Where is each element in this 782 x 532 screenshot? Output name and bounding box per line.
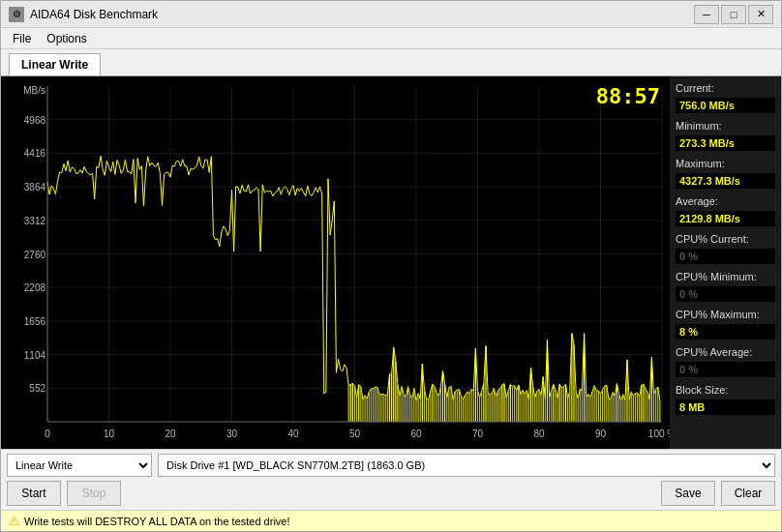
average-value: 2129.8 MB/s (676, 211, 775, 226)
current-value: 756.0 MB/s (676, 98, 775, 113)
chart-area: 88:57 (1, 76, 670, 449)
maximize-button[interactable]: □ (721, 5, 746, 24)
cpu-maximum-value: 8 % (676, 324, 775, 340)
content-area: Linear Write 88:57 Current: 756.0 MB/s M… (1, 49, 781, 531)
window-title: AIDA64 Disk Benchmark (30, 8, 694, 21)
title-bar: ⚙ AIDA64 Disk Benchmark ─ □ ✕ (1, 1, 781, 28)
average-label: Average: (676, 195, 775, 207)
window-controls: ─ □ ✕ (694, 5, 773, 24)
tab-linear-write[interactable]: Linear Write (9, 53, 101, 75)
cpu-maximum-label: CPU% Maximum: (676, 309, 775, 320)
action-row: Start Stop Save Clear (7, 481, 775, 506)
start-button[interactable]: Start (7, 481, 61, 506)
menu-file[interactable]: File (5, 30, 39, 47)
main-window: ⚙ AIDA64 Disk Benchmark ─ □ ✕ File Optio… (0, 0, 782, 532)
block-size-label: Block Size: (676, 384, 775, 396)
warning-text: Write tests will DESTROY ALL DATA on the… (24, 516, 290, 527)
save-button[interactable]: Save (661, 481, 715, 506)
minimum-value: 273.3 MB/s (676, 135, 775, 151)
drive-select[interactable]: Disk Drive #1 [WD_BLACK SN770M.2TB] (186… (158, 454, 775, 477)
controls-row: Linear Write Linear Read Random Read Ran… (7, 454, 775, 477)
stats-panel: Current: 756.0 MB/s Minimum: 273.3 MB/s … (670, 76, 781, 449)
warning-bar: ⚠ Write tests will DESTROY ALL DATA on t… (1, 510, 781, 531)
cpu-minimum-value: 0 % (676, 286, 775, 302)
cpu-average-label: CPU% Average: (676, 346, 775, 358)
main-area: 88:57 Current: 756.0 MB/s Minimum: 273.3… (1, 75, 781, 449)
tab-bar: Linear Write (1, 49, 781, 75)
menu-bar: File Options (1, 28, 781, 49)
test-select[interactable]: Linear Write Linear Read Random Read Ran… (7, 454, 152, 477)
clear-button[interactable]: Clear (721, 481, 775, 506)
app-icon: ⚙ (9, 7, 24, 22)
warning-icon: ⚠ (9, 514, 20, 528)
cpu-minimum-label: CPU% Minimum: (676, 271, 775, 282)
block-size-value: 8 MB (676, 399, 775, 415)
close-button[interactable]: ✕ (748, 5, 773, 24)
cpu-current-value: 0 % (676, 249, 775, 264)
maximum-value: 4327.3 MB/s (676, 173, 775, 189)
minimize-button[interactable]: ─ (694, 5, 719, 24)
menu-options[interactable]: Options (39, 30, 94, 47)
chart-canvas-wrapper: 88:57 (1, 76, 670, 449)
cpu-current-label: CPU% Current: (676, 233, 775, 245)
minimum-label: Minimum: (676, 120, 775, 132)
benchmark-chart (1, 76, 670, 449)
bottom-bar: Linear Write Linear Read Random Read Ran… (1, 449, 781, 510)
current-label: Current: (676, 82, 775, 94)
cpu-average-value: 0 % (676, 362, 775, 377)
maximum-label: Maximum: (676, 158, 775, 169)
stop-button[interactable]: Stop (67, 481, 121, 506)
